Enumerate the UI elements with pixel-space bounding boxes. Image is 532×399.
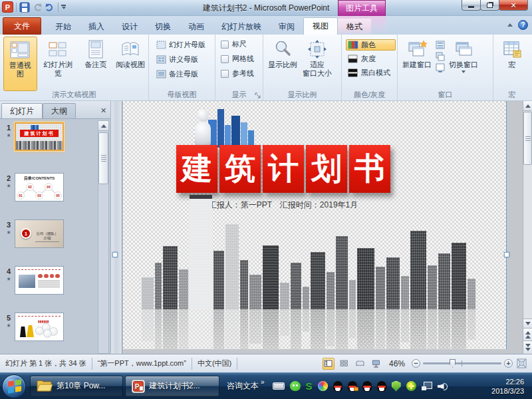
close-button[interactable]: ✕: [499, 0, 528, 11]
grayscale-button[interactable]: 灰度: [346, 53, 396, 65]
slide-thumbnail-row-5[interactable]: 5★ ▮▮▮▮▮▮: [3, 313, 97, 341]
notes-master-button[interactable]: 备注母版: [154, 68, 213, 80]
minimize-button[interactable]: [462, 0, 481, 11]
ruler-checkbox[interactable]: 标尺: [221, 39, 261, 49]
taskbar-toolbar[interactable]: 咨询文本 »: [221, 380, 270, 392]
slide-sorter-toggle[interactable]: [338, 358, 350, 370]
move-split-icon[interactable]: [435, 63, 446, 72]
antivirus-ball-icon[interactable]: [406, 381, 416, 391]
scroll-up-button[interactable]: [98, 121, 108, 131]
rainbow-app-icon[interactable]: [318, 381, 328, 391]
notes-page-button[interactable]: 备注页: [79, 37, 112, 91]
tab-transitions[interactable]: 切换: [146, 19, 180, 35]
vertical-scrollbar[interactable]: [523, 101, 532, 354]
arrange-all-icon[interactable]: [435, 41, 446, 50]
help-icon[interactable]: ?: [518, 20, 528, 30]
zoom-percentage[interactable]: 46%: [389, 359, 405, 368]
redo-icon[interactable]: [45, 2, 55, 13]
tab-home[interactable]: 开始: [47, 19, 80, 35]
pane-scrollbar[interactable]: [98, 120, 109, 354]
qq-icon-briefcase[interactable]: [348, 381, 357, 392]
network-icon[interactable]: [422, 382, 432, 390]
collapse-ribbon-icon[interactable]: [507, 23, 513, 27]
slide-thumbnail-row-2[interactable]: 2★ 目录/CONTENTS 01 02 03 04 05: [3, 173, 97, 201]
black-white-button[interactable]: 黑白模式: [346, 67, 396, 78]
wechat-icon[interactable]: [290, 381, 301, 391]
language-indicator[interactable]: 中文(中国): [198, 358, 231, 368]
slide-sorter-button[interactable]: 幻灯片浏览: [39, 37, 78, 91]
scroll-up-button[interactable]: [523, 101, 532, 111]
powerpoint-logo-icon[interactable]: P: [2, 1, 13, 13]
switch-windows-button[interactable]: 切换窗口: [447, 37, 480, 91]
fit-to-window-button[interactable]: 适应窗口大小: [301, 37, 334, 91]
slide-5-thumbnail[interactable]: ▮▮▮▮▮▮: [15, 313, 64, 341]
tab-insert[interactable]: 插入: [80, 19, 113, 35]
slide-canvas[interactable]: 建 筑 计 划 书 汇报人：第一PPT 汇报时间：2019年1月: [123, 101, 507, 349]
selection-handle-right[interactable]: [504, 252, 509, 257]
tab-animations[interactable]: 动画: [180, 19, 213, 35]
tab-view[interactable]: 视图: [303, 17, 338, 35]
close-pane-icon[interactable]: ✕: [98, 105, 109, 116]
normal-view-button[interactable]: 普通视图: [3, 37, 37, 91]
new-window-label: 新建窗口: [402, 61, 432, 69]
pane-splitter[interactable]: [110, 101, 122, 354]
volume-icon[interactable]: [438, 382, 448, 390]
slide-thumbnail-row-3[interactable]: 3★ 1 公司（团队）介绍: [3, 219, 97, 248]
zoom-in-button[interactable]: +: [504, 359, 513, 368]
minimize-icon: [468, 6, 474, 8]
tab-format[interactable]: 格式: [338, 19, 371, 35]
macros-button[interactable]: 宏: [495, 37, 529, 91]
cascade-windows-icon[interactable]: [435, 52, 446, 61]
guides-checkbox[interactable]: 参考线: [221, 68, 261, 78]
scrollbar-thumb[interactable]: [523, 112, 532, 165]
slides-tab[interactable]: 幻灯片: [1, 103, 43, 118]
tab-design[interactable]: 设计: [113, 19, 146, 35]
gridlines-checkbox[interactable]: 网格线: [221, 54, 261, 64]
normal-view-toggle[interactable]: [323, 358, 334, 370]
qq-icon[interactable]: [333, 381, 342, 392]
slide-3-thumbnail[interactable]: 1 公司（团队）介绍: [15, 219, 64, 248]
reading-view-toggle[interactable]: [354, 358, 366, 370]
color-button[interactable]: 颜色: [346, 39, 396, 51]
slide-2-thumbnail[interactable]: 目录/CONTENTS 01 02 03 04 05: [15, 173, 64, 201]
taskbar-clock[interactable]: 22:26 2018/3/23: [491, 377, 532, 396]
dialog-launcher-icon[interactable]: [255, 92, 261, 99]
slide-master-button[interactable]: 幻灯片母版: [154, 39, 213, 51]
zoom-button[interactable]: 显示比例: [266, 37, 299, 91]
scrollbar-thumb[interactable]: [98, 132, 108, 184]
next-slide-button[interactable]: [523, 341, 532, 354]
slide-1-thumbnail[interactable]: 建筑计划书: [15, 122, 64, 151]
zoom-track[interactable]: [423, 362, 501, 364]
taskbar-powerpoint-button[interactable]: P 建筑计划书2...: [125, 376, 219, 396]
handout-master-button[interactable]: 讲义母版: [154, 54, 213, 65]
slide-thumbnail-row-4[interactable]: 4★: [3, 266, 97, 295]
qq-icon[interactable]: [377, 381, 386, 392]
restore-button[interactable]: [480, 0, 499, 11]
slide-4-thumbnail[interactable]: [15, 266, 64, 295]
toolbar-chevron-icon[interactable]: »: [261, 378, 265, 386]
slide-thumbnail-row-1[interactable]: 1★ 建筑计划书: [3, 122, 97, 151]
fit-slide-to-window-button[interactable]: [517, 358, 527, 368]
s-app-icon[interactable]: S: [306, 380, 313, 392]
keyboard-icon[interactable]: [273, 382, 285, 390]
scroll-down-button[interactable]: [523, 319, 532, 329]
selection-handle-left[interactable]: [112, 252, 118, 257]
tab-slideshow[interactable]: 幻灯片放映: [213, 19, 270, 35]
qat-customize-icon[interactable]: [61, 5, 66, 9]
new-window-button[interactable]: 新建窗口: [400, 37, 434, 91]
tab-review[interactable]: 审阅: [270, 19, 303, 35]
qq-icon[interactable]: [362, 381, 372, 392]
security-shield-icon[interactable]: [392, 381, 401, 392]
zoom-out-button[interactable]: −: [412, 359, 420, 368]
slideshow-toggle[interactable]: [370, 358, 382, 370]
start-button[interactable]: [2, 374, 26, 398]
outline-tab[interactable]: 大纲: [43, 103, 76, 118]
previous-slide-button[interactable]: [523, 329, 532, 341]
undo-icon[interactable]: [32, 2, 43, 13]
tab-file[interactable]: 文件: [3, 17, 41, 35]
zoom-thumb[interactable]: [450, 359, 456, 368]
reading-view-button[interactable]: 阅读视图: [114, 37, 147, 91]
building-silhouette: [410, 231, 426, 309]
taskbar-folder-button[interactable]: 第10章 Pow...: [30, 376, 123, 396]
save-icon[interactable]: [19, 2, 30, 13]
